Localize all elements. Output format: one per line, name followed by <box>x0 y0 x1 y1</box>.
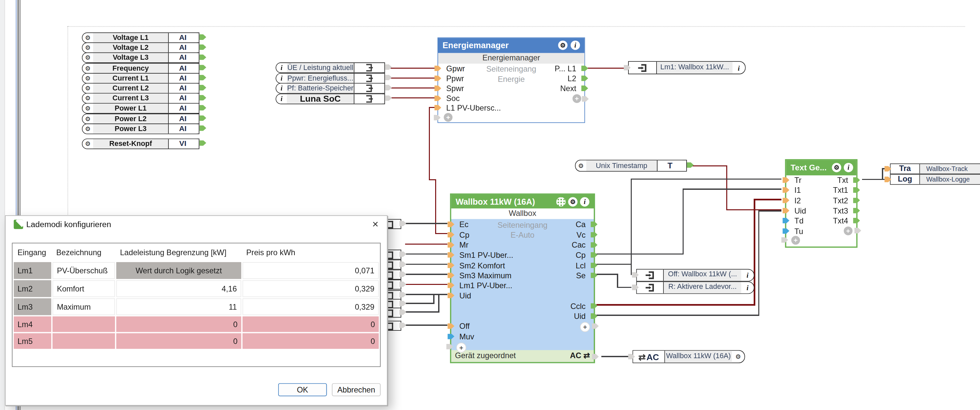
cell-price[interactable]: 0,329 <box>242 298 379 315</box>
gear-icon[interactable]: ⚙ <box>83 104 93 113</box>
port-l1-pv-ueberschuss[interactable]: L1 PV-Ubersc... <box>438 103 501 113</box>
info-icon[interactable]: i <box>276 94 287 103</box>
port-tr[interactable]: Tr <box>786 175 802 185</box>
cell-name[interactable] <box>52 316 115 332</box>
close-icon[interactable]: ✕ <box>372 220 379 229</box>
port-vc[interactable]: Vc <box>577 230 594 240</box>
port-ca[interactable]: Ca <box>576 220 594 230</box>
info-icon[interactable]: i <box>732 62 745 74</box>
port-spwr[interactable]: Spwr <box>438 84 464 93</box>
port-tu[interactable]: Tu <box>786 226 803 236</box>
device-assignment-bar[interactable]: Gerät zugeordnet AC ⇄ <box>451 350 594 362</box>
port-mr[interactable]: Mr <box>451 240 469 250</box>
add-input-button[interactable]: + <box>456 343 466 353</box>
cell-price[interactable]: 0 <box>242 333 379 348</box>
io-node-current-l3[interactable]: ⚙ Current L3 AI <box>82 93 200 104</box>
ok-button[interactable]: OK <box>278 383 327 396</box>
gear-icon[interactable]: ⚙ <box>83 43 93 52</box>
port-sm3[interactable]: Sm3 Maximum <box>451 271 511 280</box>
info-icon[interactable]: i <box>571 41 580 50</box>
port-ppwr[interactable]: Ppwr <box>438 74 464 84</box>
io-node-voltage-l1[interactable]: ⚙ Voltage L1 AI <box>82 32 200 43</box>
info-icon[interactable]: i <box>844 163 853 172</box>
port-out-next[interactable]: Next <box>560 84 584 93</box>
cell-limit[interactable]: 11 <box>116 298 241 315</box>
link-target-icon[interactable] <box>354 94 383 103</box>
cell-limit[interactable]: 0 <box>116 333 241 348</box>
link-output-lm1[interactable]: Lm1: Wallbox 11kW... i <box>628 61 746 74</box>
io-node-frequency[interactable]: ⚙ Frequency AI <box>82 63 200 73</box>
node-unix-timestamp[interactable]: ⚙ Unix Timestamp T <box>575 160 687 172</box>
add-output-button[interactable]: + <box>580 322 590 332</box>
port-sm1[interactable]: Sm1 PV-Uber... <box>451 250 514 260</box>
port-gpwr[interactable]: Gpwr <box>438 64 465 74</box>
wire-hidden-merge-1[interactable] <box>405 294 434 303</box>
io-node-power-l2[interactable]: ⚙ Power L2 AI <box>82 113 200 124</box>
cell-limit[interactable]: 4,16 <box>116 280 241 297</box>
port-muv[interactable]: Muv <box>451 332 474 342</box>
port-out-l2[interactable]: L2 <box>568 74 584 84</box>
dialog-titlebar[interactable]: Lademodi konfigurieren ✕ <box>6 216 387 233</box>
wire-l1pv-down[interactable] <box>430 107 448 234</box>
port-i2[interactable]: I2 <box>786 196 801 206</box>
port-i1[interactable]: I1 <box>786 185 801 195</box>
port-txt[interactable]: Txt <box>837 175 856 185</box>
device-node-wallbox-ac[interactable]: ⇄AC Wallbox 11kW (16A) ⚙ <box>632 350 745 364</box>
info-icon[interactable]: i <box>276 84 287 93</box>
add-input-button[interactable]: + <box>791 236 800 245</box>
block-text-generator[interactable]: Text Ge... ⚙ i Tr I1 I2 Uid Td Tu + Txt … <box>785 159 858 248</box>
gear-icon[interactable]: ⚙ <box>83 74 93 83</box>
input-pin[interactable] <box>885 166 891 172</box>
gear-icon[interactable]: ⚙ <box>832 163 841 172</box>
io-node-voltage-l3[interactable]: ⚙ Voltage L3 AI <box>82 53 200 63</box>
gear-icon[interactable]: ⚙ <box>558 41 567 50</box>
gear-icon[interactable]: ⚙ <box>83 114 93 123</box>
wire-se-to-r[interactable] <box>597 274 632 288</box>
port-uid-in[interactable]: Uid <box>451 291 471 301</box>
io-node-power-l1[interactable]: ⚙ Power L1 AI <box>82 103 200 114</box>
port-txt3[interactable]: Txt3 <box>833 206 856 216</box>
info-icon[interactable]: i <box>276 73 287 82</box>
io-node-power-l3[interactable]: ⚙ Power L3 AI <box>82 123 200 134</box>
link-output-off[interactable]: Off: Wallbox 11kW (... i <box>636 269 755 282</box>
port-off[interactable]: Off <box>451 321 470 331</box>
link-output-log[interactable]: Log Wallbox-Logge <box>890 174 980 185</box>
block-wallbox[interactable]: Wallbox 11kW (16A) ⚙ i Wallbox Seitenein… <box>450 193 595 363</box>
port-cclc[interactable]: Cclc <box>570 301 594 311</box>
port-uid-out[interactable]: Uid <box>574 311 594 321</box>
gear-icon[interactable]: ⚙ <box>568 197 577 206</box>
gear-icon[interactable]: ⚙ <box>83 63 93 73</box>
port-out-l1[interactable]: P... L1 <box>555 64 584 74</box>
port-txt4[interactable]: Txt4 <box>833 216 856 226</box>
link-input-pf-batterie[interactable]: i Pf: Batterie-Speicher <box>275 83 385 93</box>
wire-lcl-to-tr[interactable] <box>597 179 781 264</box>
link-target-icon[interactable] <box>354 73 383 82</box>
info-icon[interactable]: i <box>741 282 754 293</box>
spare-input-pin[interactable] <box>434 115 441 120</box>
add-output-button[interactable]: + <box>844 226 853 235</box>
port-lcl[interactable]: Lcl <box>576 260 594 271</box>
link-input-ppwr-energiefluss[interactable]: i Ppwr: Energiefluss... <box>275 73 385 83</box>
port-cac[interactable]: Cac <box>572 240 594 250</box>
spare-input-pin[interactable] <box>781 237 788 243</box>
cancel-button[interactable]: Abbrechen <box>332 383 381 396</box>
io-node-reset-knopf[interactable]: ⚙ Reset-Knopf VI <box>82 138 200 149</box>
cell-name[interactable]: Komfort <box>52 280 115 297</box>
cell-limit[interactable]: 0 <box>116 316 241 332</box>
port-sm2[interactable]: Sm2 Komfort <box>451 260 505 271</box>
cell-name[interactable] <box>52 333 115 348</box>
io-node-current-l2[interactable]: ⚙ Current L2 AI <box>82 83 200 93</box>
gear-icon[interactable]: ⚙ <box>83 124 93 133</box>
cell-name[interactable]: PV-Überschuß <box>52 262 115 279</box>
link-target-icon[interactable] <box>354 84 383 93</box>
port-txt1[interactable]: Txt1 <box>833 185 856 195</box>
cell-price[interactable]: 0,329 <box>242 280 379 297</box>
port-cp-out[interactable]: Cp <box>576 250 594 260</box>
cell-price[interactable]: 0 <box>242 316 379 332</box>
input-pin[interactable] <box>885 177 891 182</box>
port-cp[interactable]: Cp <box>451 230 469 240</box>
link-target-icon[interactable] <box>354 63 383 72</box>
gear-icon[interactable]: ⚙ <box>576 160 586 171</box>
wire-timestamp-to-uid[interactable] <box>689 166 781 210</box>
port-td[interactable]: Td <box>786 216 803 226</box>
